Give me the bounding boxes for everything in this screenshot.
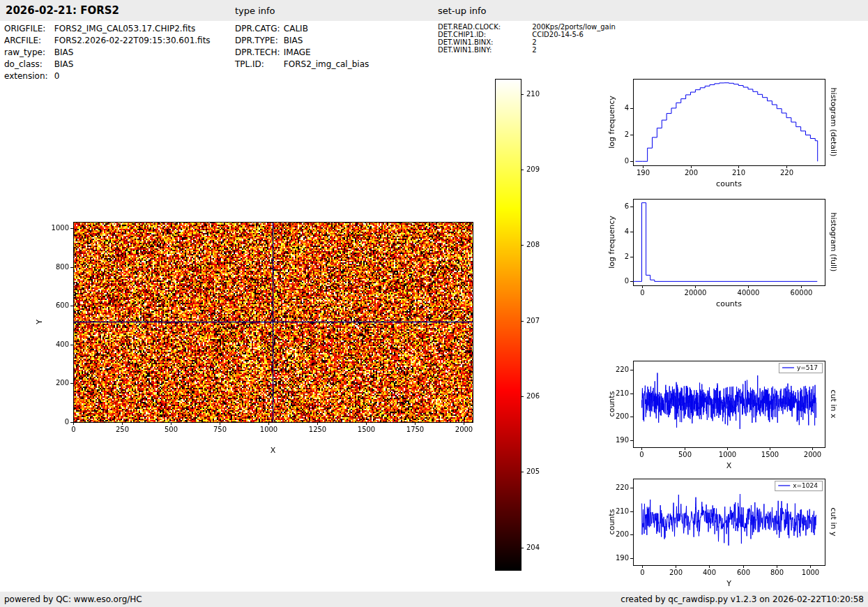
do-class-row: do_class: BIAS	[4, 59, 211, 70]
setup-info-heading: set-up info	[438, 6, 487, 16]
do-class-value: BIAS	[54, 59, 74, 69]
histogram-full-plot	[604, 190, 855, 312]
cut-in-x-plot	[604, 352, 855, 474]
binx-value: 2	[532, 38, 536, 46]
footer-credit-right: created by qc_rawdisp.py v1.2.3 on 2026-…	[620, 594, 864, 604]
extension-label: extension:	[4, 70, 52, 82]
qc-report-page: 2026-02-21: FORS2 type info set-up info …	[0, 0, 868, 607]
arcfile-label: ARCFILE:	[4, 35, 52, 47]
read-clock-value: 200Kps/2ports/low_gain	[532, 23, 616, 31]
dpr-catg-value: CALIB	[284, 24, 308, 33]
raw-type-value: BIAS	[54, 47, 74, 57]
header-bar: 2026-02-21: FORS2 type info set-up info	[0, 0, 868, 21]
setup-info-block: DET.READ.CLOCK: 200Kps/2ports/low_gain D…	[438, 23, 616, 54]
tpl-id-label: TPL.ID:	[235, 59, 281, 70]
dpr-tech-value: IMAGE	[284, 47, 311, 57]
read-clock-label: DET.READ.CLOCK:	[438, 23, 530, 31]
binx-label: DET.WIN1.BINX:	[438, 38, 530, 46]
tpl-id-value: FORS2_img_cal_bias	[284, 59, 369, 69]
chip-id-value: CCID20-14-5-6	[532, 31, 584, 38]
extension-row: extension: 0	[4, 70, 211, 82]
file-info-block: ORIGFILE: FORS2_IMG_CAL053.17.CHIP2.fits…	[4, 23, 211, 82]
dpr-catg-row: DPR.CATG: CALIB	[235, 23, 369, 35]
raw-type-label: raw_type:	[4, 47, 52, 59]
cut-in-y-plot	[604, 470, 855, 592]
arcfile-value: FORS2.2026-02-22T09:15:30.601.fits	[54, 36, 211, 45]
arcfile-row: ARCFILE: FORS2.2026-02-22T09:15:30.601.f…	[4, 35, 211, 47]
footer-bar: powered by QC: www.eso.org/HC created by…	[0, 592, 868, 607]
dpr-tech-row: DPR.TECH: IMAGE	[235, 47, 369, 59]
bias-image-plot	[28, 209, 488, 460]
tpl-id-row: TPL.ID: FORS2_img_cal_bias	[235, 59, 369, 70]
biny-row: DET.WIN1.BINY: 2	[438, 46, 616, 54]
colorbar	[488, 73, 554, 576]
dpr-type-row: DPR.TYPE: BIAS	[235, 35, 369, 47]
binx-row: DET.WIN1.BINX: 2	[438, 38, 616, 46]
dpr-type-label: DPR.TYPE:	[235, 35, 281, 47]
origfile-row: ORIGFILE: FORS2_IMG_CAL053.17.CHIP2.fits	[4, 23, 211, 35]
chip-id-row: DET.CHIP1.ID: CCID20-14-5-6	[438, 31, 616, 38]
chip-id-label: DET.CHIP1.ID:	[438, 31, 530, 38]
dpr-catg-label: DPR.CATG:	[235, 23, 281, 35]
origfile-label: ORIGFILE:	[4, 23, 52, 35]
dpr-tech-label: DPR.TECH:	[235, 47, 281, 59]
read-clock-row: DET.READ.CLOCK: 200Kps/2ports/low_gain	[438, 23, 616, 31]
biny-value: 2	[532, 46, 536, 54]
biny-label: DET.WIN1.BINY:	[438, 46, 530, 54]
type-info-block: DPR.CATG: CALIB DPR.TYPE: BIAS DPR.TECH:…	[235, 23, 369, 70]
histogram-detail-plot	[604, 70, 855, 192]
footer-credit-left: powered by QC: www.eso.org/HC	[4, 594, 142, 604]
dpr-type-value: BIAS	[284, 36, 303, 45]
type-info-heading: type info	[235, 6, 275, 16]
do-class-label: do_class:	[4, 59, 52, 70]
page-title: 2026-02-21: FORS2	[6, 4, 119, 17]
raw-type-row: raw_type: BIAS	[4, 47, 211, 59]
origfile-value: FORS2_IMG_CAL053.17.CHIP2.fits	[54, 24, 195, 33]
extension-value: 0	[54, 71, 60, 81]
